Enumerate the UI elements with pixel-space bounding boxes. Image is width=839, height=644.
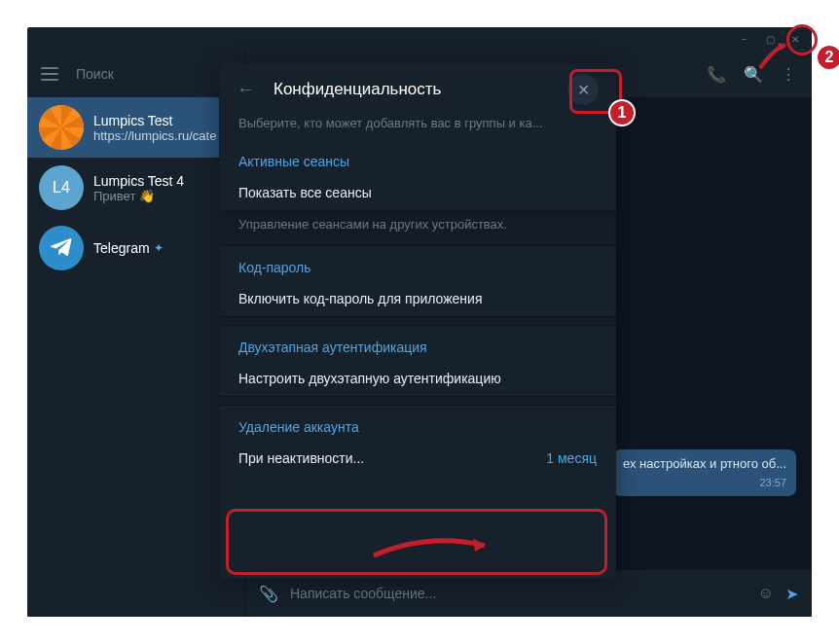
chat-list-item[interactable]: Lumpics Test https://lumpics.ru/cate <box>27 97 244 158</box>
verified-icon: ✦ <box>154 241 164 255</box>
section-header-sessions: Активные сеансы <box>219 140 616 175</box>
close-modal-button[interactable]: ✕ <box>567 74 599 105</box>
chat-list-item[interactable]: Telegram ✦ <box>27 218 244 278</box>
delete-inactive-value: 1 месяц <box>546 450 597 466</box>
message-bubble: ех настройках и ртного об... 23:57 <box>613 449 796 496</box>
modal-subtext: Выберите, кто может добавлять вас в груп… <box>219 116 616 140</box>
chat-name: Lumpics Test 4 <box>93 173 184 189</box>
close-window-button[interactable]: ✕ <box>783 31 808 47</box>
show-all-sessions-item[interactable]: Показать все сеансы <box>219 175 616 210</box>
delete-inactive-label: При неактивности... <box>238 450 364 466</box>
chat-preview: https://lumpics.ru/cate <box>93 128 216 143</box>
modal-title: Конфиденциальность <box>274 80 548 99</box>
attach-icon[interactable]: 📎 <box>259 585 278 603</box>
section-header-delete-account: Удаление аккаунта <box>219 406 616 441</box>
sessions-hint: Управление сеансами на других устройства… <box>219 210 616 246</box>
delete-if-inactive-item[interactable]: При неактивности... 1 месяц <box>219 441 616 476</box>
search-icon[interactable]: 🔍 <box>744 65 763 84</box>
privacy-settings-modal: ← Конфиденциальность ✕ Выберите, кто мож… <box>219 63 616 579</box>
message-time: 23:57 <box>623 476 786 490</box>
search-input[interactable]: Поиск <box>76 66 114 82</box>
section-header-passcode: Код-пароль <box>219 246 616 281</box>
message-input[interactable]: Написать сообщение... <box>290 586 747 601</box>
maximize-button[interactable]: ▢ <box>757 31 783 47</box>
emoji-icon[interactable]: ☺ <box>758 585 774 602</box>
chat-preview: Привет 👋 <box>93 189 184 203</box>
avatar <box>39 105 84 150</box>
section-header-twostep: Двухэтапная аутентификация <box>219 326 616 361</box>
back-icon[interactable]: ← <box>237 80 254 100</box>
minimize-button[interactable]: − <box>732 31 757 47</box>
sidebar: Поиск Lumpics Test https://lumpics.ru/ca… <box>27 51 245 617</box>
titlebar: − ▢ ✕ <box>27 27 812 51</box>
setup-twostep-item[interactable]: Настроить двухэтапную аутентификацию <box>219 361 616 396</box>
menu-icon[interactable] <box>41 67 58 81</box>
chat-name: Telegram ✦ <box>93 240 164 256</box>
send-button[interactable]: ➤ <box>785 585 798 603</box>
enable-passcode-item[interactable]: Включить код-пароль для приложения <box>219 281 616 316</box>
chat-name: Lumpics Test <box>93 113 216 128</box>
avatar: L4 <box>39 165 84 210</box>
call-icon[interactable]: 📞 <box>707 65 726 84</box>
chat-list-item[interactable]: L4 Lumpics Test 4 Привет 👋 <box>27 158 244 218</box>
annotation-badge-2: 2 <box>816 44 839 71</box>
avatar <box>39 226 84 270</box>
more-icon[interactable]: ⋮ <box>781 65 796 84</box>
